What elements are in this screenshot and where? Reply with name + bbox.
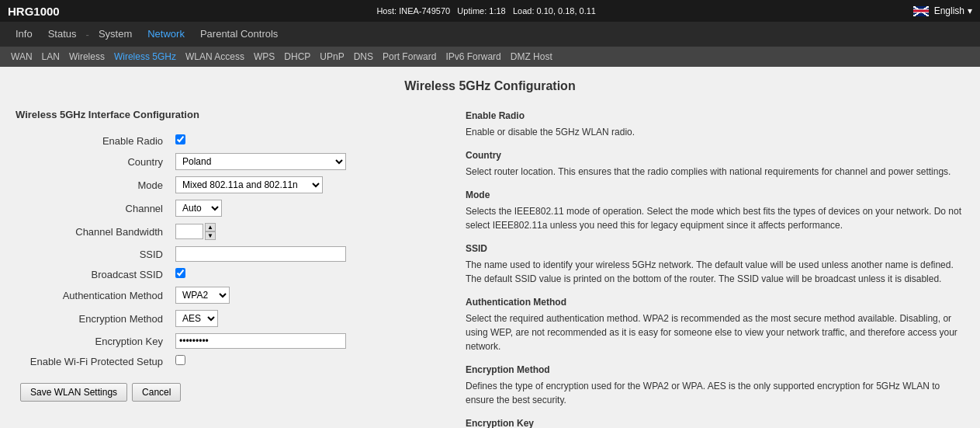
cancel-button[interactable]: Cancel [132,383,181,402]
wifi-protected-checkbox[interactable] [175,355,185,365]
brand-logo: HRG1000 [8,5,60,18]
save-button[interactable]: Save WLAN Settings [20,383,127,402]
form-buttons: Save WLAN Settings Cancel [16,383,450,402]
broadcast-ssid-row: Broadcast SSID [16,265,450,284]
subnav-ipv6-forward[interactable]: IPv6 Forward [441,47,505,67]
help-auth-method: Authentication Method Select the require… [466,295,964,353]
country-label: Country [16,150,171,173]
help-auth-method-text: Select the required authentication metho… [466,311,964,353]
host-label: Host: [376,6,397,16]
enable-radio-checkbox[interactable] [175,134,185,144]
top-header: HRG1000 Host: INEA-749570 Uptime: 1:18 L… [0,0,980,22]
subnav-wps[interactable]: WPS [249,47,279,67]
subnav-lan[interactable]: LAN [37,47,64,67]
help-enable-radio-title: Enable Radio [466,109,964,123]
subnav-dhcp[interactable]: DHCP [279,47,315,67]
country-row: Country Poland Germany France United Kin… [16,150,450,173]
help-mode: Mode Selects the IEEE802.11 mode of oper… [466,188,964,232]
mode-label: Mode [16,173,171,197]
nav-separator: - [85,29,91,40]
enc-method-label: Encryption Method [16,307,171,330]
nav-status[interactable]: Status [40,22,85,47]
flag-icon [913,6,929,16]
channel-bw-label: Channel Bandwidth [16,220,171,243]
enable-radio-label: Enable Radio [16,131,171,150]
help-country-title: Country [466,148,964,162]
language-selector[interactable]: English ▾ [913,5,972,16]
enc-method-row: Encryption Method AES TKIP [16,307,450,330]
subnav-dns[interactable]: DNS [349,47,378,67]
uptime-value: 1:18 [489,6,505,16]
spinner-buttons: ▲ ▼ [205,223,216,240]
help-mode-title: Mode [466,188,964,202]
chevron-down-icon: ▾ [968,5,972,16]
channel-bw-input[interactable]: 40 [175,224,203,239]
subnav-wlan-access[interactable]: WLAN Access [181,47,249,67]
channel-bw-spinner: 40 ▲ ▼ [175,223,445,240]
ssid-row: SSID INEA-SSID [16,243,450,265]
enc-key-input[interactable] [175,333,346,349]
load-value: 0.10, 0.18, 0.11 [537,6,596,16]
country-select[interactable]: Poland Germany France United Kingdom Uni… [175,153,346,170]
load-label: Load: [513,6,535,16]
mode-select[interactable]: Mixed 802.11a and 802.11n 802.11a only 8… [175,176,323,193]
enable-radio-row: Enable Radio [16,131,450,150]
host-value: INEA-749570 [399,6,450,16]
channel-label: Channel [16,197,171,220]
help-auth-method-title: Authentication Method [466,295,964,309]
enc-method-select[interactable]: AES TKIP [175,310,218,327]
help-ssid-title: SSID [466,242,964,256]
content-layout: Wireless 5GHz Interface Configuration En… [16,109,964,428]
channel-select[interactable]: Auto 36 40 44 48 [175,200,222,217]
help-enable-radio-text: Enable or disable the 5GHz WLAN radio. [466,125,964,139]
uptime-label: Uptime: [457,6,487,16]
auth-method-row: Authentication Method WPA2 WPA WEP None [16,284,450,307]
help-enable-radio: Enable Radio Enable or disable the 5GHz … [466,109,964,139]
language-label: English [934,5,964,16]
help-ssid: SSID The name used to identify your wire… [466,242,964,286]
nav-parental-controls[interactable]: Parental Controls [192,22,286,47]
nav-network[interactable]: Network [140,22,192,47]
wifi-protected-row: Enable Wi-Fi Protected Setup [16,352,450,371]
right-panel: Enable Radio Enable or disable the 5GHz … [466,109,964,428]
spinner-up-button[interactable]: ▲ [205,223,216,231]
nav-info[interactable]: Info [8,22,40,47]
main-content: Wireless 5GHz Configuration Wireless 5GH… [0,67,980,428]
ssid-input[interactable]: INEA-SSID [175,246,346,262]
help-ssid-text: The name used to identify your wireless … [466,258,964,286]
help-country: Country Select router location. This ens… [466,148,964,179]
subnav-port-forward[interactable]: Port Forward [378,47,441,67]
subnav-upnp[interactable]: UPnP [315,47,348,67]
help-enc-method-title: Encryption Method [466,363,964,377]
subnav-wan[interactable]: WAN [6,47,37,67]
subnav-dmz-host[interactable]: DMZ Host [506,47,557,67]
form-table: Enable Radio Country Poland Germany Fran… [16,131,450,371]
help-enc-key: Encryption Key WPA2 and WPA keys should … [466,416,964,428]
mode-row: Mode Mixed 802.11a and 802.11n 802.11a o… [16,173,450,197]
auth-method-label: Authentication Method [16,284,171,307]
help-enc-method: Encryption Method Defines the type of en… [466,363,964,407]
help-mode-text: Selects the IEEE802.11 mode of operation… [466,204,964,232]
enc-key-label: Encryption Key [16,330,171,352]
spinner-down-button[interactable]: ▼ [205,231,216,240]
channel-row: Channel Auto 36 40 44 48 [16,197,450,220]
nav-system[interactable]: System [91,22,140,47]
subnav-wireless[interactable]: Wireless [64,47,109,67]
enc-key-row: Encryption Key [16,330,450,352]
help-enc-key-title: Encryption Key [466,416,964,428]
host-info: Host: INEA-749570 Uptime: 1:18 Load: 0.1… [376,6,596,16]
help-country-text: Select router location. This ensures tha… [466,165,964,179]
broadcast-ssid-checkbox[interactable] [175,268,185,278]
sub-nav: WAN LAN Wireless Wireless 5GHz WLAN Acce… [0,47,980,67]
ssid-label: SSID [16,243,171,265]
left-panel: Wireless 5GHz Interface Configuration En… [16,109,450,428]
auth-method-select[interactable]: WPA2 WPA WEP None [175,287,230,304]
subnav-wireless-5ghz[interactable]: Wireless 5GHz [109,47,181,67]
channel-bw-row: Channel Bandwidth 40 ▲ ▼ [16,220,450,243]
wifi-protected-label: Enable Wi-Fi Protected Setup [16,352,171,371]
help-enc-method-text: Defines the type of encryption used for … [466,379,964,407]
nav-bar: Info Status - System Network Parental Co… [0,22,980,47]
broadcast-ssid-label: Broadcast SSID [16,265,171,284]
page-title: Wireless 5GHz Configuration [16,79,964,93]
section-title: Wireless 5GHz Interface Configuration [16,109,450,120]
